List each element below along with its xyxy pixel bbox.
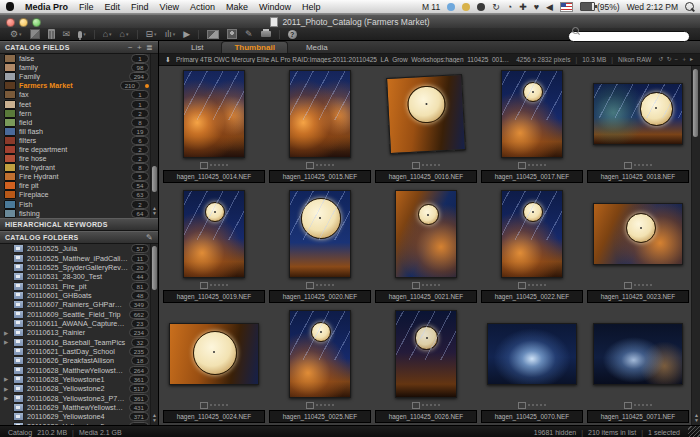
rating-dot-icon[interactable] <box>430 164 432 166</box>
trash-icon[interactable] <box>48 29 55 39</box>
rating-dot-icon[interactable] <box>226 284 228 286</box>
actions-gear-icon[interactable]: ⚙▾ <box>10 30 22 39</box>
rating-dot-icon[interactable] <box>642 284 644 286</box>
catalog-folder-item[interactable]: 20110525_Julia57 <box>0 244 158 253</box>
rating-dot-icon[interactable] <box>646 404 648 406</box>
thumbnail-cell[interactable]: hagen_110425_0015.NEF <box>267 66 373 186</box>
catalog-field-item[interactable]: fern2 <box>0 109 158 118</box>
catalog-folder-item[interactable]: 20110531_28-300_Test44 <box>0 272 158 281</box>
rating-dot-icon[interactable] <box>422 404 424 406</box>
airport-icon[interactable]: ♥ <box>534 2 539 12</box>
rating-dot-icon[interactable] <box>222 284 224 286</box>
rating-dot-icon[interactable] <box>316 164 318 166</box>
thumbnail-cell[interactable]: hagen_110425_0021.NEF <box>373 186 479 306</box>
rating-dot-icon[interactable] <box>210 164 212 166</box>
rating-dot-icon[interactable] <box>532 164 534 166</box>
catalog-folder-item[interactable]: ▶20110628_Yellowstone3_P7000361 <box>0 394 158 403</box>
fields-scrollbar[interactable]: ▲▼ <box>150 54 158 218</box>
rating-icon[interactable]: ⌂▾ <box>120 30 129 39</box>
photo-thumbnail[interactable] <box>289 70 351 158</box>
tab-thumbnail[interactable]: Thumbnail <box>221 41 287 53</box>
menu-item-help[interactable]: Help <box>302 2 321 12</box>
portrait-icon[interactable] <box>227 29 237 39</box>
catalog-folders-tools[interactable]: ✎ <box>146 234 153 242</box>
label-checkbox-icon[interactable] <box>306 402 314 409</box>
rating-dot-icon[interactable] <box>218 404 220 406</box>
folders-scrollbar-thumb[interactable] <box>152 246 157 290</box>
label-checkbox-icon[interactable] <box>518 162 526 169</box>
rating-dot-icon[interactable] <box>324 404 326 406</box>
import-arrow-icon[interactable]: ⬇ <box>165 56 171 64</box>
rating-dot-icon[interactable] <box>650 164 652 166</box>
rating-dot-icon[interactable] <box>650 404 652 406</box>
edit-image-icon[interactable] <box>30 29 40 39</box>
label-checkbox-icon[interactable] <box>412 282 420 289</box>
label-icon[interactable]: ⌂▾ <box>103 30 112 39</box>
battery-icon[interactable]: (95%) <box>580 2 620 12</box>
rating-dot-icon[interactable] <box>434 164 436 166</box>
fields-tool-icon[interactable]: + <box>137 44 142 52</box>
catalog-field-item[interactable]: Family294 <box>0 72 158 81</box>
info-control-icon[interactable]: ↺ <box>658 56 664 62</box>
rating-dot-icon[interactable] <box>426 284 428 286</box>
rating-dot-icon[interactable] <box>422 164 424 166</box>
info-control-icon[interactable]: ＋ <box>681 56 688 62</box>
print-icon[interactable] <box>261 31 271 37</box>
grid-scrollbar[interactable]: ▲▼ <box>691 66 700 425</box>
rating-dot-icon[interactable] <box>426 404 428 406</box>
catalog-field-item[interactable]: false1 <box>0 54 158 63</box>
thumbnail-cell[interactable]: hagen_110425_0014.NEF <box>161 66 267 186</box>
rating-dot-icon[interactable] <box>218 284 220 286</box>
colorsync-icon[interactable] <box>447 3 455 11</box>
rating-dot-icon[interactable] <box>650 284 652 286</box>
rating-dot-icon[interactable] <box>332 284 334 286</box>
volume-icon[interactable]: ◀ <box>546 2 553 12</box>
rating-dot-icon[interactable] <box>536 284 538 286</box>
label-checkbox-icon[interactable] <box>624 162 632 169</box>
rating-dot-icon[interactable] <box>320 164 322 166</box>
folders-tool-icon[interactable]: ✎ <box>146 234 153 242</box>
help-icon[interactable]: ? <box>288 30 297 39</box>
rating-dot-icon[interactable] <box>324 284 326 286</box>
rating-dot-icon[interactable] <box>430 284 432 286</box>
disclosure-triangle-icon[interactable]: ▶ <box>4 339 10 345</box>
menu-item-media-pro[interactable]: Media Pro <box>25 2 68 12</box>
catalog-fields-tools[interactable]: −+≣ <box>128 44 153 52</box>
rating-dot-icon[interactable] <box>426 164 428 166</box>
rating-dot-icon[interactable] <box>222 164 224 166</box>
catalog-field-item[interactable]: fax1 <box>0 90 158 99</box>
rating-dot-icon[interactable] <box>540 164 542 166</box>
catalog-folder-item[interactable]: 20110621_LastDay_School235 <box>0 347 158 356</box>
close-window-button[interactable] <box>6 18 15 27</box>
info-control-icon[interactable]: ↻ <box>666 56 672 62</box>
user-switch-icon[interactable] <box>462 3 470 11</box>
rating-dot-icon[interactable] <box>544 164 546 166</box>
rating-dot-icon[interactable] <box>218 164 220 166</box>
grid-scrollbar-thumb[interactable] <box>693 69 698 137</box>
voice-annotation-icon[interactable]: ▾ <box>78 30 86 39</box>
rating-dot-icon[interactable] <box>438 164 440 166</box>
disclosure-triangle-icon[interactable]: ▶ <box>4 376 10 382</box>
menu-item-make[interactable]: Make <box>226 2 248 12</box>
rating-dot-icon[interactable] <box>438 284 440 286</box>
catalog-folder-item[interactable]: ▶20110616_Baseball_TeamPics32 <box>0 337 158 346</box>
menu-extra-m11[interactable]: M 11 <box>422 2 440 12</box>
chart-icon[interactable]: ılı▾ <box>165 30 176 39</box>
rating-dot-icon[interactable] <box>328 284 330 286</box>
catalog-folder-item[interactable]: 20110626_BreakfastAllison18 <box>0 356 158 365</box>
catalog-field-item[interactable]: Fire Hydrant5 <box>0 172 158 181</box>
search-input[interactable] <box>568 31 690 42</box>
thumbnail-cell[interactable]: hagen_110425_0022.NEF <box>479 186 585 306</box>
photo-thumbnail[interactable] <box>395 310 457 398</box>
rating-dot-icon[interactable] <box>328 164 330 166</box>
thumbnail-cell[interactable]: hagen_110425_0071.NEF <box>585 306 691 426</box>
catalog-folder-item[interactable]: ▶20110628_Yellowstone2517 <box>0 384 158 393</box>
tab-media[interactable]: Media <box>294 42 340 53</box>
photo-thumbnail[interactable] <box>289 310 351 398</box>
rating-dot-icon[interactable] <box>642 164 644 166</box>
catalog-field-item[interactable]: fire hydrant8 <box>0 163 158 172</box>
menu-item-view[interactable]: View <box>160 2 179 12</box>
catalog-field-item[interactable]: family98 <box>0 63 158 72</box>
script-menu-icon[interactable] <box>477 3 485 11</box>
rating-dot-icon[interactable] <box>332 404 334 406</box>
